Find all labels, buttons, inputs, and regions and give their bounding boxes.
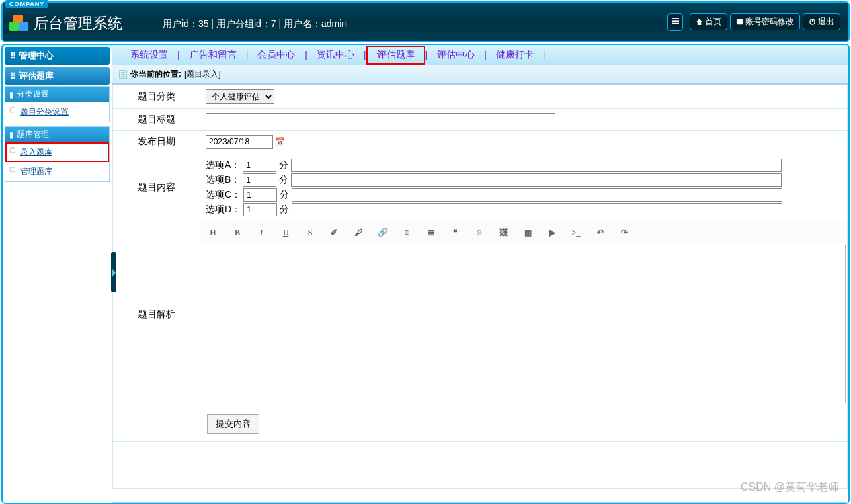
- grip-icon: ⠿: [10, 71, 15, 81]
- home-button[interactable]: 首页: [690, 13, 727, 30]
- account-button[interactable]: 账号密码修改: [730, 13, 800, 30]
- option-a-score[interactable]: [243, 159, 276, 172]
- option-c-label: 选项C：: [206, 189, 241, 201]
- category-select[interactable]: 个人健康评估: [206, 89, 274, 104]
- option-d-row: 选项D：分: [206, 203, 842, 216]
- submit-button[interactable]: 提交内容: [207, 414, 259, 434]
- label-pubdate: 发布日期: [113, 131, 200, 153]
- italic-icon[interactable]: I: [255, 226, 268, 239]
- nav-ads[interactable]: 广告和留言: [180, 47, 246, 63]
- breadcrumb-value: [题目录入]: [184, 69, 221, 80]
- option-d-label: 选项D：: [206, 204, 241, 216]
- image-icon[interactable]: 🖼: [497, 226, 510, 239]
- logout-button[interactable]: 退出: [803, 13, 840, 30]
- label-category: 题目分类: [113, 85, 200, 109]
- sidebar-item-manage-bank[interactable]: 管理题库: [5, 162, 109, 181]
- sidebar: ⠿管理中心 ⠿评估题库 ▮ 分类设置 题目分类设置 ▮ 题库管理 录入题库 管理…: [3, 45, 112, 503]
- option-a-text[interactable]: [291, 159, 782, 172]
- sidebar-resize-handle[interactable]: [111, 252, 116, 292]
- option-a-row: 选项A：分: [206, 159, 842, 172]
- sidebar-item-category-setting[interactable]: 题目分类设置: [5, 102, 109, 122]
- sidebar-group-header[interactable]: ▮ 分类设置: [5, 87, 109, 102]
- option-d-score[interactable]: [243, 203, 277, 216]
- top-nav: 系统设置| 广告和留言| 会员中心| 资讯中心| 评估题库| 评估中心| 健康打…: [112, 45, 848, 65]
- option-b-score[interactable]: [243, 173, 276, 187]
- label-title: 题目标题: [113, 109, 200, 131]
- file-icon: [118, 70, 128, 79]
- align-icon[interactable]: ≣: [425, 226, 437, 239]
- label-content: 题目内容: [113, 153, 200, 222]
- option-b-text[interactable]: [291, 173, 782, 187]
- menu-icon[interactable]: [667, 13, 683, 31]
- redo-icon[interactable]: ↷: [618, 226, 631, 239]
- strike-icon[interactable]: S: [304, 226, 316, 239]
- app-title: 后台管理系统: [34, 13, 122, 34]
- logout-button-label: 退出: [818, 16, 834, 28]
- nav-members[interactable]: 会员中心: [248, 47, 305, 63]
- option-c-text[interactable]: [292, 188, 782, 202]
- svg-rect-2: [672, 22, 679, 24]
- svg-rect-0: [672, 18, 679, 19]
- sidebar-group-header[interactable]: ▮ 题库管理: [5, 127, 109, 142]
- svg-rect-1: [672, 20, 679, 22]
- code-icon[interactable]: >_: [570, 226, 582, 239]
- pubdate-input[interactable]: [206, 135, 273, 149]
- brush-icon[interactable]: 🖌: [352, 226, 364, 239]
- emoji-icon[interactable]: ☺: [473, 226, 485, 239]
- app-header: 后台管理系统 用户id：35 | 用户分组id：7 | 用户名：admin 首页…: [1, 1, 850, 42]
- grip-icon: ⠿: [10, 51, 15, 61]
- option-c-row: 选项C：分: [206, 188, 842, 202]
- underline-icon[interactable]: U: [280, 226, 292, 239]
- option-b-label: 选项B：: [206, 174, 240, 186]
- logo-icon: [9, 15, 28, 34]
- user-info: 用户id：35 | 用户分组id：7 | 用户名：admin: [163, 18, 347, 30]
- nav-bank[interactable]: 评估题库: [366, 46, 426, 65]
- undo-icon[interactable]: ↶: [594, 226, 606, 239]
- editor-toolbar: H B I U S ✐ 🖌 🔗 ≡ ≣ ❝ ☺ 🖼: [200, 222, 847, 243]
- video-icon[interactable]: ▶: [546, 226, 558, 239]
- option-a-label: 选项A：: [206, 159, 240, 171]
- option-c-score[interactable]: [243, 188, 277, 202]
- svg-rect-3: [737, 19, 743, 24]
- eraser-icon[interactable]: ✐: [328, 226, 340, 239]
- account-button-label: 账号密码修改: [745, 16, 794, 28]
- sidebar-section-title[interactable]: ⠿评估题库: [5, 67, 110, 85]
- sidebar-center-title[interactable]: ⠿管理中心: [5, 47, 110, 65]
- breadcrumb-label: 你当前的位置:: [130, 69, 181, 80]
- title-input[interactable]: [206, 113, 555, 126]
- company-tag: COMPANY: [5, 0, 48, 8]
- heading-icon[interactable]: H: [207, 226, 219, 239]
- label-analysis: 题目解析: [113, 222, 200, 407]
- table-icon[interactable]: ▦: [522, 226, 534, 239]
- option-d-text[interactable]: [292, 203, 782, 216]
- nav-system[interactable]: 系统设置: [121, 47, 177, 63]
- quote-icon[interactable]: ❝: [449, 226, 461, 239]
- link-icon[interactable]: 🔗: [376, 226, 389, 239]
- nav-assess[interactable]: 评估中心: [428, 47, 484, 63]
- sidebar-group-category: ▮ 分类设置 题目分类设置: [5, 86, 110, 122]
- nav-health[interactable]: 健康打卡: [487, 47, 543, 63]
- breadcrumb: 你当前的位置: [题目录入]: [112, 65, 848, 84]
- sidebar-item-input-bank[interactable]: 录入题库: [5, 142, 109, 162]
- bold-icon[interactable]: B: [231, 226, 243, 239]
- list-icon[interactable]: ≡: [401, 226, 413, 239]
- nav-news[interactable]: 资讯中心: [307, 47, 364, 63]
- option-b-row: 选项B：分: [206, 173, 842, 187]
- analysis-editor[interactable]: [202, 245, 846, 403]
- home-button-label: 首页: [705, 16, 721, 28]
- svg-rect-5: [812, 19, 813, 22]
- sidebar-group-bank: ▮ 题库管理 录入题库 管理题库: [5, 126, 110, 182]
